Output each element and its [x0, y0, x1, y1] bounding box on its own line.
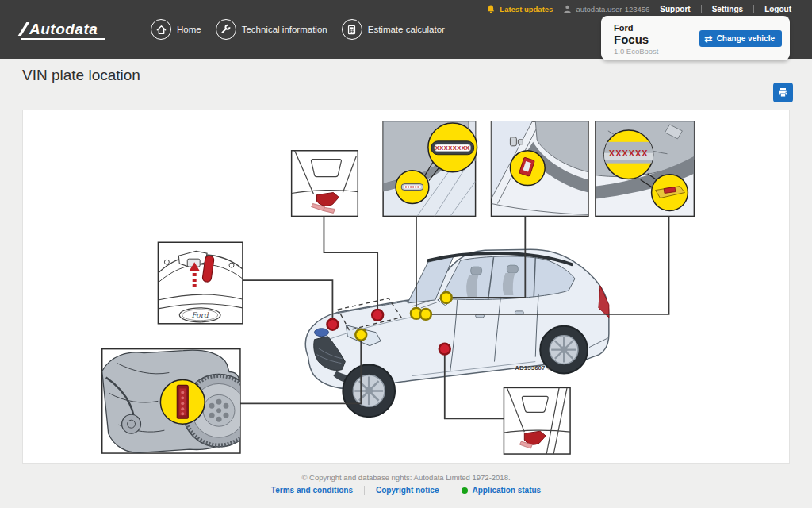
callout-engine-cover: Ford [158, 242, 243, 324]
swap-arrows-icon: ⇄ [705, 35, 713, 43]
page-title: VIN plate location [22, 67, 140, 84]
vehicle-card: Ford Focus 1.0 EcoBoost ⇄ Change vehicle [601, 16, 790, 60]
autodata-app: Autodata Home Technical information Esti… [0, 0, 812, 508]
nav-label: Home [177, 25, 201, 34]
separator [450, 486, 450, 495]
vin-mask-short-text: XXXXXX [609, 148, 649, 158]
home-icon [151, 19, 171, 40]
callout-floor-vin: XXXXXX [596, 121, 694, 216]
application-status-label: Application status [472, 486, 541, 495]
callout-engine-block [102, 349, 255, 453]
application-status-link[interactable]: Application status [462, 486, 541, 495]
nav-item-technical-information[interactable]: Technical information [216, 19, 327, 40]
front-wheel [343, 365, 395, 418]
print-button[interactable] [773, 83, 793, 102]
nav-item-estimate-calculator[interactable]: Estimate calculator [342, 19, 445, 40]
support-link[interactable]: Support [660, 5, 690, 13]
nav-label: Estimate calculator [368, 25, 445, 34]
separator [753, 5, 754, 13]
logo-slash-icon [18, 22, 30, 36]
vehicle-make: Ford [614, 23, 633, 33]
change-vehicle-label: Change vehicle [717, 34, 775, 43]
callout-windscreen-sticker [292, 151, 358, 217]
vin-location-diagram: AD133607 © [23, 110, 789, 463]
copyright-text: © Copyright and database rights: Autodat… [0, 473, 812, 482]
marker-red-hood-front [327, 319, 338, 330]
printer-icon [777, 87, 789, 98]
callout-windscreen-base-vin: XXXXXXXX [383, 121, 477, 216]
settings-link[interactable]: Settings [712, 5, 743, 13]
logo-text: Autodata [29, 22, 98, 36]
diagram-panel: AD133607 © [22, 110, 790, 464]
copyright-notice-link[interactable]: Copyright notice [376, 486, 439, 495]
person-icon [563, 4, 572, 13]
callout-windscreen-sticker-2 [504, 387, 570, 454]
footer-links: Terms and conditions Copyright notice Ap… [0, 486, 812, 495]
vehicle-model: Focus [614, 33, 649, 46]
user-menu[interactable]: autodata.user-123456 [563, 4, 649, 13]
nav-label: Technical information [242, 25, 327, 34]
marker-yellow-engine-block [355, 329, 366, 341]
latest-updates-label: Latest updates [500, 5, 553, 13]
calculator-icon [342, 19, 362, 40]
terms-link[interactable]: Terms and conditions [271, 486, 353, 495]
logout-link[interactable]: Logout [764, 5, 791, 13]
marker-yellow-floor-plate [420, 309, 431, 320]
vehicle-variant: 1.0 EcoBoost [614, 47, 659, 56]
status-green-dot [462, 487, 468, 494]
footer: © Copyright and database rights: Autodat… [0, 473, 812, 495]
marker-red-door-sill [439, 344, 450, 355]
marker-yellow-door-jamb [441, 292, 452, 303]
marker-red-windscreen-sticker [372, 310, 383, 321]
separator [364, 486, 365, 495]
image-reference: AD133607 © [515, 364, 551, 371]
change-vehicle-button[interactable]: ⇄ Change vehicle [699, 30, 782, 47]
separator [701, 5, 702, 13]
autodata-logo[interactable]: Autodata [21, 22, 105, 40]
latest-updates-link[interactable]: Latest updates [486, 4, 553, 14]
main-nav: Home Technical information Estimate calc… [151, 19, 445, 40]
bell-icon [486, 4, 496, 14]
callout-door-jamb-label [492, 121, 588, 216]
username-label: autodata.user-123456 [576, 5, 649, 13]
vin-mask-long-text: XXXXXXXX [435, 144, 470, 152]
ford-badge-text: Ford [192, 311, 209, 319]
nav-item-home[interactable]: Home [151, 19, 201, 40]
wrench-icon [216, 19, 236, 40]
utility-bar: Latest updates autodata.user-123456 Supp… [486, 3, 791, 14]
